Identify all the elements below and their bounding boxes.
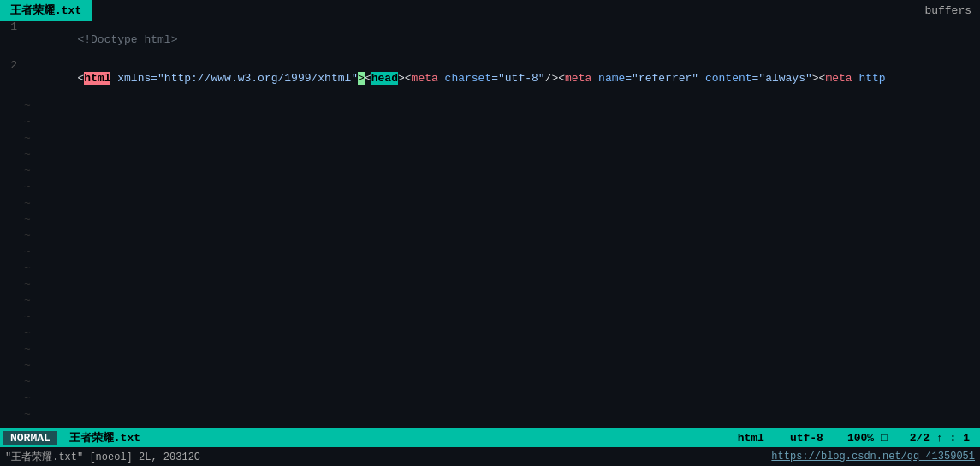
head-tag: head <box>371 72 398 85</box>
tilde-line: ~ <box>0 422 980 428</box>
status-filetype: html <box>729 432 773 445</box>
charset-attr: charset <box>438 72 491 85</box>
file-info: "王者荣耀.txt" [noeol] 2L, 20312C <box>5 450 200 464</box>
line-1: 1 <!Doctype html> <box>0 21 980 59</box>
status-encoding: utf-8 <box>781 432 832 445</box>
tilde-line: ~ <box>0 195 980 211</box>
line-content-1: <!Doctype html> <box>24 21 177 59</box>
bracket-close2: > <box>398 72 405 85</box>
mode-indicator: NORMAL <box>3 431 57 445</box>
bracket-meta1: < <box>405 72 412 85</box>
tilde-line: ~ <box>0 227 980 244</box>
tilde-line: ~ <box>0 146 980 162</box>
tilde-line: ~ <box>0 406 980 422</box>
status-filename: 王者荣耀.txt <box>69 430 721 445</box>
line-content-2: <html xmlns="http://www.w3.org/1999/xhtm… <box>24 59 886 97</box>
percent-box: □ <box>881 432 888 445</box>
tilde-line: ~ <box>0 130 980 146</box>
meta-tag2: meta <box>565 72 591 85</box>
meta-tag1: meta <box>412 72 438 85</box>
html-tag: html <box>84 72 110 85</box>
line-container: 1 <!Doctype html> 2 <html xmlns="http://… <box>0 21 980 97</box>
status-position: 2/2 ↑ : 1 <box>903 432 977 445</box>
bracket-meta2: < <box>558 72 565 85</box>
tilde-line: ~ <box>0 260 980 276</box>
tilde-line: ~ <box>0 97 980 114</box>
line-number-2: 2 <box>0 59 24 72</box>
http-attr: http <box>852 72 886 85</box>
tilde-line: ~ <box>0 357 980 374</box>
name-attr: name <box>591 72 625 85</box>
tilde-lines: ~ ~ ~ ~ ~ ~ ~ ~ ~ ~ ~ ~ ~ ~ ~ ~ ~ ~ ~ ~ … <box>0 97 980 428</box>
doctype-text: <!Doctype html> <box>77 33 177 46</box>
line-2: 2 <html xmlns="http://www.w3.org/1999/xh… <box>0 59 980 97</box>
cursor: > <box>358 72 365 85</box>
selfclose1: /> <box>545 72 559 85</box>
buffers-label: buffers <box>924 4 980 17</box>
meta-tag3: meta <box>825 72 852 85</box>
tilde-line: ~ <box>0 179 980 195</box>
tilde-line: ~ <box>0 341 980 357</box>
tilde-line: ~ <box>0 244 980 260</box>
charset-val: ="utf-8" <box>491 72 544 85</box>
tilde-line: ~ <box>0 276 980 292</box>
bottom-line: "王者荣耀.txt" [noeol] 2L, 20312C https://bl… <box>0 447 980 466</box>
name-val: ="referrer" <box>625 72 698 85</box>
content-attr: content <box>698 72 751 85</box>
tilde-line: ~ <box>0 211 980 227</box>
tilde-line: ~ <box>0 162 980 179</box>
tilde-line: ~ <box>0 292 980 309</box>
content-val: ="always" <box>752 72 812 85</box>
tilde-line: ~ <box>0 114 980 130</box>
tilde-line: ~ <box>0 374 980 390</box>
status-bar: NORMAL 王者荣耀.txt html utf-8 100% □ 2/2 ↑ … <box>0 428 980 447</box>
bracket-open2: < <box>365 72 371 85</box>
close-meta2: > <box>812 72 819 85</box>
url-link: https://blog.csdn.net/qq_41359051 <box>771 451 975 463</box>
tab-bar: 王者荣耀.txt buffers <box>0 0 980 21</box>
xmlns-attr: xmlns="http://www.w3.org/1999/xhtml" <box>110 72 358 85</box>
tilde-line: ~ <box>0 309 980 325</box>
line-number-1: 1 <box>0 21 24 33</box>
col-sep: ↑ : <box>936 432 963 445</box>
tilde-line: ~ <box>0 390 980 406</box>
active-tab[interactable]: 王者荣耀.txt <box>0 0 92 21</box>
tilde-line: ~ <box>0 325 980 341</box>
editor-area: 1 <!Doctype html> 2 <html xmlns="http://… <box>0 21 980 428</box>
status-percent: 100% □ <box>840 432 894 445</box>
